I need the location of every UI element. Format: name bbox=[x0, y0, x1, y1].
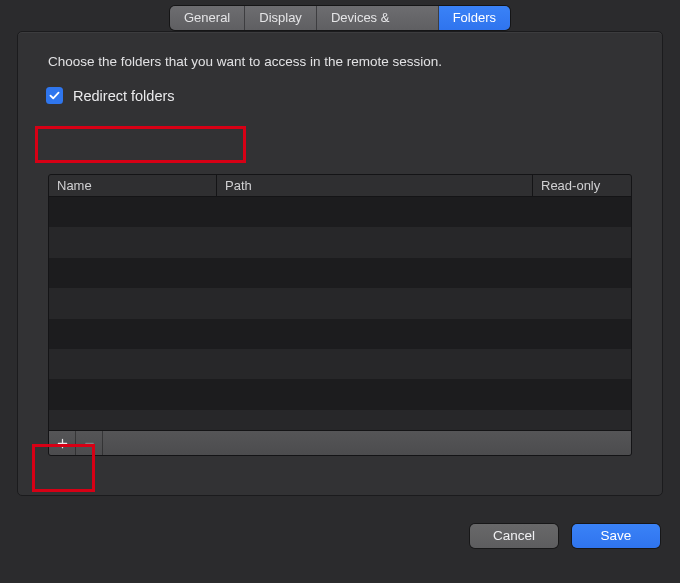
table-row[interactable] bbox=[49, 379, 631, 409]
cancel-button[interactable]: Cancel bbox=[470, 524, 558, 548]
column-name[interactable]: Name bbox=[49, 175, 217, 196]
preferences-window: General Display Devices & Audio Folders … bbox=[0, 0, 680, 583]
table-row[interactable] bbox=[49, 258, 631, 288]
add-folder-button[interactable] bbox=[49, 431, 76, 455]
tab-folders[interactable]: Folders bbox=[439, 6, 510, 30]
column-read-only[interactable]: Read-only bbox=[533, 175, 631, 196]
column-path[interactable]: Path bbox=[217, 175, 533, 196]
table-header: Name Path Read-only bbox=[49, 175, 631, 197]
folders-panel: Choose the folders that you want to acce… bbox=[17, 31, 663, 496]
table-footer bbox=[49, 430, 631, 455]
table-row[interactable] bbox=[49, 319, 631, 349]
tab-general[interactable]: General bbox=[170, 6, 245, 30]
redirect-folders-checkbox[interactable] bbox=[46, 87, 63, 104]
minus-icon bbox=[84, 438, 95, 449]
folders-table: Name Path Read-only bbox=[48, 174, 632, 456]
tab-bar: General Display Devices & Audio Folders bbox=[170, 6, 510, 30]
check-icon bbox=[48, 89, 61, 102]
table-row[interactable] bbox=[49, 349, 631, 379]
folders-prompt: Choose the folders that you want to acce… bbox=[18, 54, 662, 69]
plus-icon bbox=[57, 438, 68, 449]
redirect-folders-label: Redirect folders bbox=[73, 88, 175, 104]
tab-devices-audio[interactable]: Devices & Audio bbox=[317, 6, 439, 30]
save-button[interactable]: Save bbox=[572, 524, 660, 548]
table-body[interactable] bbox=[49, 197, 631, 430]
dialog-actions: Cancel Save bbox=[470, 524, 660, 548]
table-row[interactable] bbox=[49, 227, 631, 257]
table-row[interactable] bbox=[49, 197, 631, 227]
redirect-folders-option[interactable]: Redirect folders bbox=[46, 87, 175, 104]
table-row[interactable] bbox=[49, 410, 631, 430]
remove-folder-button[interactable] bbox=[76, 431, 103, 455]
tab-display[interactable]: Display bbox=[245, 6, 317, 30]
table-row[interactable] bbox=[49, 288, 631, 318]
